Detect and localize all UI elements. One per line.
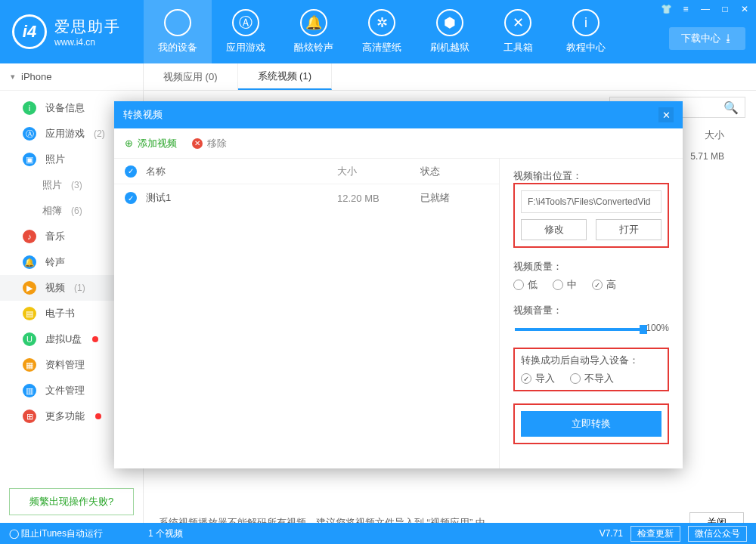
video-list: ✓ 名称 大小 状态 ✓ 测试1 12.20 MB 已就绪 — [114, 159, 500, 468]
volume-slider[interactable]: 100% — [515, 328, 643, 331]
col-status: 状态 — [420, 165, 488, 178]
convert-section: 立即转换 — [513, 403, 669, 444]
wrench-icon: ✕ — [504, 9, 531, 36]
tab-system-video[interactable]: 系统视频 (1) — [238, 63, 333, 90]
wechat-button[interactable]: 微信公众号 — [688, 526, 747, 542]
nav-apps[interactable]: Ⓐ应用游戏 — [212, 0, 280, 63]
window-controls: 👕 ≡ ― □ ✕ — [659, 3, 751, 15]
import-yes-radio[interactable]: 导入 — [521, 372, 555, 385]
brand-name: 爱思助手 — [54, 17, 121, 37]
quality-mid-radio[interactable]: 中 — [553, 278, 577, 292]
brand-url: www.i4.cn — [54, 37, 121, 48]
bell-icon: 🔔 — [300, 9, 327, 36]
volume-label: 视频音量： — [513, 304, 669, 317]
output-label: 视频输出位置： — [513, 169, 669, 183]
col-name: 名称 — [146, 165, 337, 178]
select-all-checkbox[interactable]: ✓ — [125, 165, 137, 178]
output-section: F:\i4Tools7\Files\ConvertedVid 修改 打开 — [513, 183, 669, 248]
device-selector[interactable]: iPhone — [0, 63, 143, 91]
shirt-icon[interactable]: 👕 — [659, 3, 673, 15]
auto-import-section: 转换成功后自动导入设备： 导入 不导入 — [513, 348, 669, 391]
content-tabs: 视频应用 (0) 系统视频 (1) — [144, 63, 756, 91]
nav-flash[interactable]: ⬢刷机越狱 — [416, 0, 484, 63]
menu-icon[interactable]: ≡ — [679, 3, 692, 15]
nav-ringtones[interactable]: 🔔酷炫铃声 — [280, 0, 348, 63]
status-bar: ◯ 阻止iTunes自动运行 1 个视频 V7.71 检查更新 微信公众号 — [0, 523, 756, 544]
quality-high-radio[interactable]: 高 — [592, 278, 616, 292]
box-icon: ⬢ — [436, 9, 463, 36]
import-label: 转换成功后自动导入设备： — [521, 354, 662, 367]
quality-label: 视频质量： — [513, 260, 669, 274]
logo-icon: i4 — [12, 14, 47, 49]
remove-icon: ✕ — [192, 138, 203, 149]
close-icon[interactable]: ✕ — [738, 3, 751, 15]
search-icon: 🔍 — [723, 100, 739, 115]
dialog-close-button[interactable]: ✕ — [658, 107, 674, 122]
minimize-icon[interactable]: ― — [699, 3, 712, 15]
video-count: 1 个视频 — [148, 527, 183, 540]
video-row[interactable]: ✓ 测试1 12.20 MB 已就绪 — [114, 184, 499, 212]
nav-tools[interactable]: ✕工具箱 — [484, 0, 552, 63]
nav-wallpapers[interactable]: ✲高清壁纸 — [348, 0, 416, 63]
remove-video-button[interactable]: ✕移除 — [192, 137, 227, 150]
maximize-icon[interactable]: □ — [718, 3, 732, 15]
row-checkbox[interactable]: ✓ — [125, 192, 137, 204]
import-no-radio[interactable]: 不导入 — [570, 372, 614, 385]
convert-video-dialog: 转换视频 ✕ ⊕添加视频 ✕移除 ✓ 名称 大小 状态 ✓ 测试1 12.20 … — [114, 101, 683, 468]
appstore-icon: Ⓐ — [232, 9, 259, 36]
badge-dot — [92, 336, 98, 342]
convert-now-button[interactable]: 立即转换 — [521, 411, 662, 437]
version-label: V7.71 — [600, 528, 623, 539]
open-path-button[interactable]: 打开 — [596, 219, 662, 240]
fail-help-link[interactable]: 频繁出现操作失败? — [9, 488, 134, 515]
logo: i4 爱思助手 www.i4.cn — [0, 0, 144, 63]
volume-value: 100% — [646, 323, 669, 333]
download-center-button[interactable]: 下载中心 ⭳ — [669, 27, 745, 50]
check-update-button[interactable]: 检查更新 — [631, 526, 680, 542]
modify-path-button[interactable]: 修改 — [521, 219, 587, 240]
badge-dot — [95, 413, 101, 419]
dialog-title-bar: 转换视频 ✕ — [114, 101, 683, 128]
nav-my-device[interactable]: 我的设备 — [144, 0, 212, 63]
output-path-field[interactable]: F:\i4Tools7\Files\ConvertedVid — [521, 190, 662, 213]
app-header: i4 爱思助手 www.i4.cn 我的设备 Ⓐ应用游戏 🔔酷炫铃声 ✲高清壁纸… — [0, 0, 756, 63]
plus-icon: ⊕ — [125, 138, 133, 149]
nav-tutorials[interactable]: i教程中心 — [552, 0, 620, 63]
flower-icon: ✲ — [368, 9, 395, 36]
col-size: 大小 — [337, 165, 420, 178]
quality-low-radio[interactable]: 低 — [513, 278, 538, 292]
info-icon: i — [572, 9, 600, 36]
add-video-button[interactable]: ⊕添加视频 — [125, 137, 177, 150]
tab-video-apps[interactable]: 视频应用 (0) — [144, 63, 238, 90]
apple-icon — [164, 9, 191, 36]
itunes-toggle[interactable]: ◯ 阻止iTunes自动运行 — [9, 527, 103, 540]
